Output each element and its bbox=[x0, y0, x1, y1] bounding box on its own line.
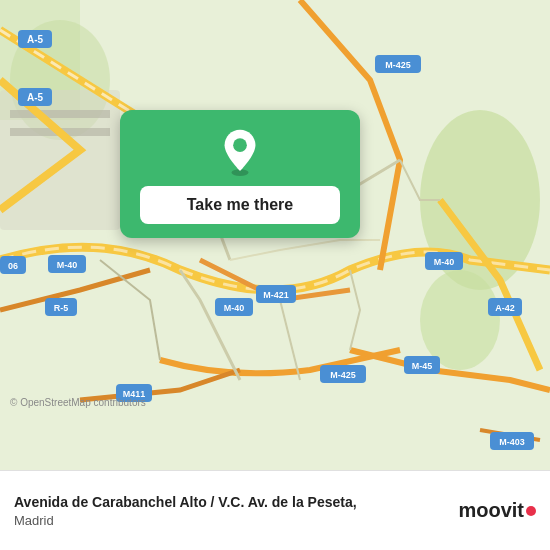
location-info: Avenida de Carabanchel Alto / V.C. Av. d… bbox=[14, 493, 448, 528]
svg-point-37 bbox=[233, 138, 247, 152]
bottom-bar: Avenida de Carabanchel Alto / V.C. Av. d… bbox=[0, 470, 550, 550]
moovit-dot-icon bbox=[526, 506, 536, 516]
take-me-there-button[interactable]: Take me there bbox=[140, 186, 340, 224]
svg-text:M-40: M-40 bbox=[224, 303, 245, 313]
svg-text:M-425: M-425 bbox=[385, 60, 411, 70]
moovit-text: moovit bbox=[458, 499, 524, 522]
svg-text:M-425: M-425 bbox=[330, 370, 356, 380]
svg-text:M-40: M-40 bbox=[57, 260, 78, 270]
svg-text:06: 06 bbox=[8, 261, 18, 271]
svg-text:A-5: A-5 bbox=[27, 92, 44, 103]
svg-text:R-5: R-5 bbox=[54, 303, 69, 313]
svg-text:M-421: M-421 bbox=[263, 290, 289, 300]
svg-rect-6 bbox=[10, 110, 110, 118]
svg-text:M-403: M-403 bbox=[499, 437, 525, 447]
moovit-logo: moovit bbox=[458, 499, 536, 522]
location-title: Avenida de Carabanchel Alto / V.C. Av. d… bbox=[14, 493, 448, 511]
location-pin-icon bbox=[216, 128, 264, 176]
svg-text:A-42: A-42 bbox=[495, 303, 515, 313]
svg-point-2 bbox=[420, 270, 500, 370]
location-subtitle: Madrid bbox=[14, 513, 448, 528]
osm-credit: © OpenStreetMap contributors bbox=[10, 397, 146, 408]
action-card: Take me there bbox=[120, 110, 360, 238]
svg-text:A-5: A-5 bbox=[27, 34, 44, 45]
svg-text:M-40: M-40 bbox=[434, 257, 455, 267]
svg-text:M-45: M-45 bbox=[412, 361, 433, 371]
map-container: A-5 A-5 M-425 M-425 M-40 M-40 M-40 M-421… bbox=[0, 0, 550, 470]
